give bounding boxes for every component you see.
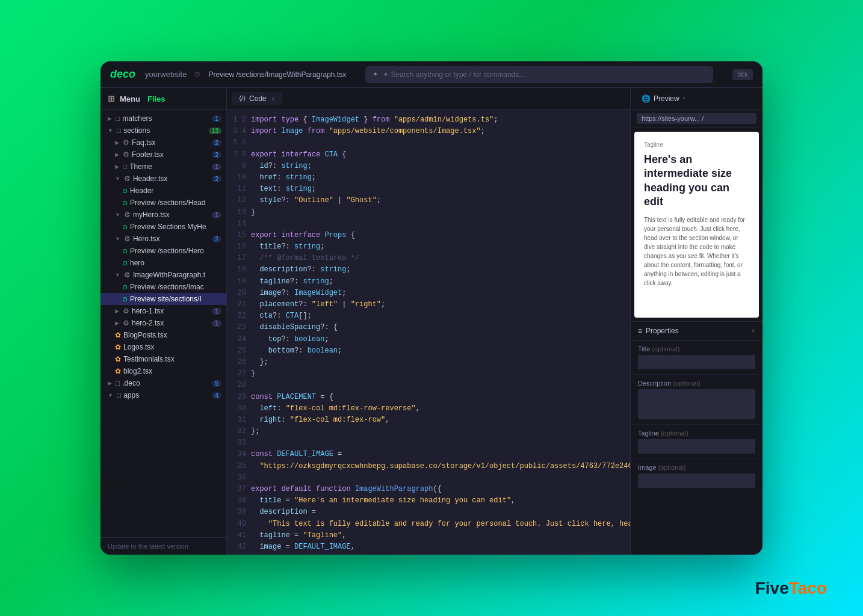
- sidebar-item-testimonials[interactable]: ✿ Testimonials.tsx: [101, 353, 226, 365]
- section-preview-icon: ⊙: [122, 247, 128, 255]
- prop-input-description[interactable]: [638, 389, 755, 419]
- file-icon: □: [123, 162, 127, 171]
- line-numbers: 1 2 3 4 5 6 7 8 9 10 11 12 13 14 15 16 1…: [227, 114, 251, 550]
- code-editor: 1 2 3 4 5 6 7 8 9 10 11 12 13 14 15 16 1…: [227, 109, 630, 555]
- badge: 5: [212, 380, 221, 387]
- prop-input-image[interactable]: [638, 473, 755, 488]
- close-properties-icon[interactable]: ×: [751, 327, 755, 335]
- badge: 1: [212, 320, 221, 327]
- section-icon: ⚙: [124, 174, 131, 183]
- sidebar-update-notice[interactable]: Update to the latest version: [101, 537, 226, 555]
- sidebar: ⊞ Menu Files ▶ □ matchers 1 ▼ □ sections…: [101, 88, 227, 555]
- search-bar[interactable]: ✦ ✦ Search anything or type / for comman…: [365, 66, 713, 83]
- url-input[interactable]: https://sites-yourw... /: [637, 113, 756, 124]
- sidebar-item-label: Preview site/sections/I: [130, 295, 221, 303]
- branding: FiveTaco: [755, 579, 827, 598]
- sidebar-item-label: .deco: [122, 379, 209, 387]
- section-preview-icon: ⊙: [122, 223, 128, 231]
- sidebar-item-header-preview-path[interactable]: ⊙ Preview /sections/Head: [101, 197, 226, 209]
- prop-input-tagline[interactable]: [638, 439, 755, 454]
- section-icon: ⚙: [123, 138, 129, 147]
- file-icon: □: [117, 126, 121, 135]
- sidebar-item-header[interactable]: ▼ ⚙ Header.tsx 2: [101, 173, 226, 185]
- menu-label: Menu: [120, 94, 140, 103]
- sidebar-item-myhero-preview[interactable]: ⊙ Preview Sections MyHe: [101, 221, 226, 233]
- branding-accent: Taco: [789, 579, 827, 597]
- tab-code[interactable]: ⟨/⟩ Code ×: [232, 92, 282, 105]
- logo-text: deco: [110, 68, 135, 81]
- sidebar-item-sections[interactable]: ▼ □ sections 13: [101, 125, 226, 137]
- chevron-icon: ▶: [115, 164, 119, 170]
- sidebar-item-label: Preview /sections/Head: [130, 199, 221, 207]
- sidebar-item-label: Preview Sections MyHe: [130, 223, 221, 231]
- close-icon[interactable]: ×: [682, 95, 686, 102]
- close-icon[interactable]: ×: [271, 95, 275, 102]
- sidebar-item-blogposts[interactable]: ✿ BlogPosts.tsx: [101, 329, 226, 341]
- badge: 2: [212, 140, 221, 146]
- tab-preview[interactable]: 🌐 Preview ×: [636, 92, 692, 105]
- search-placeholder: ✦ Search anything or type / for commands…: [383, 70, 525, 79]
- file-icon: □: [117, 391, 121, 399]
- sidebar-item-label: hero-1.tsx: [132, 307, 209, 315]
- chevron-icon: ▼: [115, 272, 120, 278]
- files-label: Files: [147, 94, 165, 103]
- chevron-icon: ▼: [108, 392, 113, 398]
- properties-panel: ≡ Properties × Title (optional) Descript…: [631, 322, 762, 555]
- sidebar-item-header-preview[interactable]: ⊙ Header: [101, 185, 226, 197]
- section-icon: ⚙: [123, 319, 129, 327]
- badge: 2: [212, 152, 221, 158]
- sidebar-item-apps[interactable]: ▼ □ apps 4: [101, 389, 226, 401]
- sidebar-item-imagewithparagraph[interactable]: ▼ ⚙ ImageWithParagraph.t: [101, 269, 226, 281]
- chevron-icon: ▼: [115, 212, 120, 218]
- sidebar-item-matchers[interactable]: ▶ □ matchers 1: [101, 112, 226, 125]
- sidebar-item-label: hero: [130, 259, 221, 267]
- code-content: import type { ImageWidget } from "apps/a…: [251, 114, 630, 550]
- code-tab-bar: ⟨/⟩ Code ×: [227, 88, 630, 109]
- badge: 1: [212, 212, 221, 218]
- app-window: deco yourwebsite ⚙ Preview /sections/Ima…: [101, 61, 762, 555]
- sidebar-item-iwp-site[interactable]: ⊙ Preview site/sections/I: [101, 293, 226, 305]
- chevron-icon: ▶: [115, 152, 119, 158]
- sidebar-item-myhero[interactable]: ▼ ⚙ myHero.tsx 1: [101, 209, 226, 221]
- sidebar-item-label: Header.tsx: [133, 174, 209, 183]
- properties-label: Properties: [646, 327, 679, 335]
- prop-label-title: Title (optional): [638, 345, 755, 353]
- sidebar-item-logos[interactable]: ✿ Logos.tsx: [101, 341, 226, 353]
- sidebar-item-hero2[interactable]: ▶ ⚙ hero-2.tsx 1: [101, 317, 226, 329]
- preview-body: This text is fully editable and ready fo…: [644, 215, 749, 288]
- sidebar-item-label: apps: [123, 391, 209, 399]
- sidebar-item-footer[interactable]: ▶ ⚙ Footer.tsx 2: [101, 149, 226, 161]
- sidebar-item-hero[interactable]: ▼ ⚙ Hero.tsx 2: [101, 233, 226, 245]
- sidebar-item-deco[interactable]: ▶ □ .deco 5: [101, 377, 226, 389]
- sidebar-item-label: Theme: [129, 162, 209, 171]
- code-icon: ⟨/⟩: [239, 94, 246, 102]
- preview-content: Tagline Here's an intermediate size head…: [634, 132, 759, 318]
- badge: 1: [212, 308, 221, 315]
- sidebar-item-label: blog2.tsx: [123, 367, 221, 375]
- sidebar-item-label: BlogPosts.tsx: [123, 331, 221, 339]
- sidebar-item-label: Footer.tsx: [132, 150, 209, 159]
- chevron-icon: ▼: [115, 176, 120, 182]
- sidebar-item-label: myHero.tsx: [133, 211, 209, 219]
- prop-field-title: Title (optional): [631, 340, 762, 375]
- globe-icon: 🌐: [642, 94, 651, 103]
- sidebar-item-label: hero-2.tsx: [132, 319, 209, 327]
- badge: 4: [212, 392, 221, 399]
- section-preview-icon: ⊙: [122, 283, 128, 291]
- sidebar-item-hero-item[interactable]: ⊙ hero: [101, 257, 226, 269]
- sidebar-item-hero1[interactable]: ▶ ⚙ hero-1.tsx 1: [101, 305, 226, 317]
- sidebar-item-iwp-preview[interactable]: ⊙ Preview /sections/Imac: [101, 281, 226, 293]
- prop-input-title[interactable]: [638, 355, 755, 369]
- sidebar-item-label: ImageWithParagraph.t: [133, 271, 221, 279]
- search-icon: ✦: [373, 70, 378, 78]
- separator: ⚙: [194, 70, 201, 79]
- section-preview-icon: ⊙: [122, 187, 128, 195]
- right-panel: 🌐 Preview × https://sites-yourw... / Tag…: [630, 88, 762, 555]
- chevron-icon: ▶: [115, 140, 119, 146]
- sidebar-item-blog2[interactable]: ✿ blog2.tsx: [101, 365, 226, 377]
- main-content: ⊞ Menu Files ▶ □ matchers 1 ▼ □ sections…: [101, 88, 762, 555]
- sidebar-item-hero-preview[interactable]: ⊙ Preview /sections/Hero: [101, 245, 226, 257]
- sidebar-item-theme[interactable]: ▶ □ Theme 1: [101, 161, 226, 173]
- chevron-icon: ▶: [115, 320, 119, 326]
- sidebar-item-faq[interactable]: ▶ ⚙ Faq.tsx 2: [101, 137, 226, 149]
